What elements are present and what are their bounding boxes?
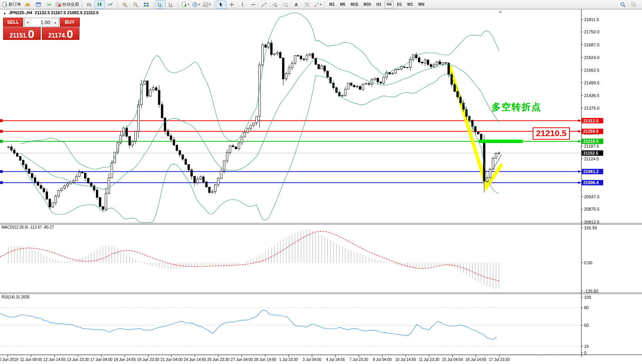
time-label[interactable]: 9 Jul 04:00: [373, 357, 392, 362]
line-endpoint-handle[interactable]: [0, 119, 3, 122]
line-endpoint-handle[interactable]: [578, 182, 580, 184]
candle: [164, 118, 166, 130]
price-tick-label[interactable]: 21499.5: [584, 81, 599, 85]
turning-point-annotation[interactable]: 多空转折点: [492, 101, 541, 113]
line-endpoint-handle[interactable]: [578, 130, 580, 132]
candle: [353, 86, 355, 87]
candle: [371, 80, 373, 84]
candle: [203, 177, 205, 182]
time-label[interactable]: 1 Jul 23:30: [279, 357, 298, 362]
candle: [495, 153, 497, 158]
price-tick-label[interactable]: 21562.5: [584, 68, 599, 72]
candle: [67, 184, 69, 186]
price-tick-label[interactable]: 21687.0: [584, 43, 599, 47]
candle: [492, 158, 494, 169]
price-badge-label: 21312.5: [583, 119, 599, 123]
sell-price-button[interactable]: 21151 . 0: [3, 27, 41, 40]
time-label[interactable]: 12 Jun 14:55: [43, 357, 66, 362]
candle: [274, 54, 276, 54]
chart-canvas[interactable]: 21811.521750.021687.021624.021562.521499…: [0, 0, 642, 364]
line-endpoint-handle[interactable]: [578, 120, 580, 122]
price-tick-label[interactable]: 20812.5: [584, 220, 599, 224]
candle: [262, 45, 264, 65]
candle: [52, 203, 54, 207]
level-price-textbox[interactable]: 21210.5: [533, 127, 570, 140]
candle: [477, 132, 479, 134]
line-endpoint-handle[interactable]: [0, 170, 3, 173]
candle: [271, 43, 272, 55]
candle: [93, 186, 95, 190]
price-tick-label[interactable]: 20937.0: [584, 194, 599, 199]
candle: [155, 88, 157, 91]
time-label[interactable]: 10 Jun 2019: [0, 357, 18, 362]
price-tick-label[interactable]: 21750.0: [584, 30, 599, 34]
time-label[interactable]: 15 Jul 04:00: [442, 357, 463, 362]
one-click-trading-panel: SELL ▼ 1.00 ▲ BUY 21151 . 0 21174 . 0: [3, 18, 80, 40]
line-endpoint-handle[interactable]: [0, 140, 3, 143]
candle: [64, 186, 66, 188]
volume-decrease-button[interactable]: ▼: [24, 18, 31, 26]
candle: [40, 185, 42, 188]
time-label[interactable]: 4 Jul 14:55: [326, 357, 345, 362]
time-label[interactable]: 7 Jul 23:30: [350, 357, 368, 362]
candle: [359, 86, 361, 89]
candle: [309, 54, 311, 55]
candle: [250, 125, 252, 128]
sell-button[interactable]: SELL: [3, 18, 23, 27]
line-endpoint-handle[interactable]: [0, 181, 3, 184]
candle: [223, 161, 225, 171]
line-endpoint-handle[interactable]: [578, 171, 580, 173]
candle: [226, 152, 228, 161]
price-badge-label: 21061.2: [583, 169, 599, 174]
buy-button[interactable]: BUY: [60, 18, 80, 27]
price-tick-label[interactable]: 21124.5: [584, 156, 599, 161]
candle: [347, 83, 349, 89]
candle: [200, 177, 201, 179]
candle: [99, 198, 101, 207]
time-label[interactable]: 10 Jul 14:55: [395, 357, 416, 362]
collapse-triangle-icon[interactable]: ▲: [3, 12, 6, 15]
time-label[interactable]: 17 Jul 23:30: [489, 357, 510, 362]
time-label[interactable]: 11 Jun 09:00: [20, 357, 42, 362]
price-tick-label[interactable]: 21375.0: [584, 106, 599, 110]
line-endpoint-handle[interactable]: [0, 130, 3, 133]
rsi-tick-label: 0: [584, 351, 586, 355]
green-level-bar[interactable]: [479, 140, 523, 143]
price-tick-label[interactable]: 20875.5: [584, 207, 599, 211]
time-label[interactable]: 3 Jul 04:00: [303, 357, 322, 362]
candle: [362, 84, 364, 89]
candle: [238, 143, 240, 149]
time-label[interactable]: 11 Jul 23:30: [419, 357, 439, 362]
time-label[interactable]: 24 Jun 14:55: [184, 357, 206, 362]
candle: [17, 153, 18, 156]
volume-input[interactable]: 1.00: [31, 18, 52, 26]
candle: [84, 173, 86, 178]
time-label[interactable]: 27 Jun 04:00: [231, 357, 253, 362]
candle: [108, 178, 110, 193]
candle: [253, 123, 255, 125]
candle: [323, 66, 325, 71]
time-label[interactable]: 18 Jun 14:55: [114, 357, 136, 362]
time-label[interactable]: 16 Jul 14:55: [465, 357, 487, 362]
symbol-ohlc-readout: ▲ JPN225-,H4 21132.5 21167.5 21092.5 211…: [3, 10, 100, 15]
volume-increase-button[interactable]: ▲: [52, 18, 59, 26]
time-label[interactable]: 28 Jun 14:55: [254, 357, 276, 362]
price-tick-label[interactable]: 21187.5: [584, 144, 599, 148]
candle: [368, 84, 370, 84]
price-tick-label[interactable]: 21811.5: [584, 17, 599, 22]
candle: [31, 173, 33, 178]
time-label[interactable]: 25 Jun 23:30: [207, 357, 229, 362]
candle: [442, 63, 444, 64]
time-label[interactable]: 13 Jun 23:30: [67, 357, 89, 362]
buy-price-button[interactable]: 21174 . 0: [42, 27, 79, 40]
time-label[interactable]: 19 Jun 23:30: [137, 357, 159, 362]
candle: [306, 55, 308, 60]
candle: [264, 45, 266, 47]
time-label[interactable]: 17 Jun 04:00: [90, 357, 112, 362]
price-tick-label[interactable]: 21624.0: [584, 55, 599, 60]
candle: [69, 183, 71, 184]
price-tick-label[interactable]: 21436.5: [584, 93, 599, 98]
candle: [13, 150, 15, 153]
time-label[interactable]: 21 Jun 04:00: [160, 357, 183, 362]
chart-background: [0, 9, 642, 364]
